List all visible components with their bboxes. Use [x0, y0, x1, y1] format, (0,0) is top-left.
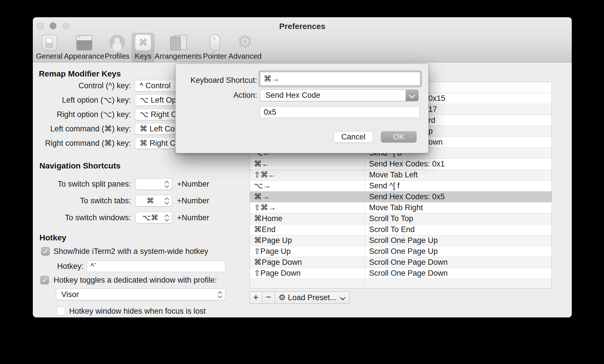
key-mapping-row[interactable]: ⌘→ Send Hex Codes: 0x5 — [250, 191, 552, 202]
remap-row-label: Left option (⌥) key: — [33, 94, 131, 106]
plus-number-suffix: +Number — [177, 212, 209, 223]
action-cell: Move Tab Right — [365, 202, 552, 213]
key-mapping-row[interactable]: ⌘Page Up Scroll One Page Up — [250, 235, 552, 246]
action-cell: Send Hex Codes: 0x1 — [365, 159, 552, 169]
toolbar-item-general[interactable]: General — [33, 33, 66, 62]
action-text-fragment: 0x15 — [428, 93, 445, 104]
appearance-icon — [75, 34, 93, 51]
dropdown-chevron-icon — [406, 89, 419, 101]
profiles-icon — [109, 34, 126, 51]
key-combination-cell: ⇧Page Up — [250, 246, 365, 257]
nav-key-stepper[interactable]: ⌥⌘ — [135, 212, 172, 223]
key-mapping-row[interactable]: ⌥→ Send ^[ f — [250, 181, 552, 191]
key-combination-cell: ⌘→ — [250, 191, 365, 202]
toolbar-item-appearance[interactable]: Appearance — [61, 33, 107, 62]
key-mapping-row[interactable] — [250, 279, 552, 288]
cancel-button[interactable]: Cancel — [334, 131, 373, 143]
key-combination-cell: ⌘End — [250, 224, 365, 235]
edit-shortcut-dialog: Keyboard Shortcut: ⌘→ Action: Send Hex C… — [175, 64, 429, 153]
general-icon — [41, 34, 58, 51]
toolbar-item-profiles[interactable]: Profiles — [102, 33, 133, 62]
shortcut-focus-ring: ⌘→ — [258, 70, 422, 87]
key-mapping-row[interactable]: ⌘Home Scroll To Top — [250, 213, 552, 224]
keyboard-shortcut-label: Keyboard Shortcut: — [176, 74, 257, 86]
key-mapping-row[interactable]: ⇧Page Up Scroll One Page Up — [250, 246, 552, 257]
nav-key-stepper[interactable] — [135, 178, 172, 190]
action-cell: Scroll One Page Up — [365, 246, 552, 257]
remap-row-label: Left command (⌘) key: — [33, 123, 131, 135]
action-cell — [365, 279, 552, 288]
key-combination-cell: ⌘Home — [250, 213, 365, 224]
hides-on-focus-lost-checkbox[interactable] — [56, 307, 65, 315]
preferences-window: Preferences General Appearance Profiles … — [33, 17, 572, 317]
action-cell: Scroll One Page Down — [365, 257, 552, 268]
toolbar-item-keys[interactable]: Keys — [132, 33, 155, 62]
nav-row-label: To switch tabs: — [33, 195, 131, 206]
toolbar-item-advanced[interactable]: Advanced — [225, 33, 265, 62]
stepper-chevrons-icon — [165, 181, 169, 188]
dedicated-window-label: Hotkey toggles a dedicated window with p… — [54, 274, 217, 286]
hotkey-input[interactable]: ^` — [87, 260, 225, 272]
hides-on-focus-lost-label: Hotkey window hides when focus is lost — [69, 305, 206, 317]
gear-icon: ⚙ — [278, 293, 286, 302]
action-cell: Scroll To End — [365, 224, 552, 235]
action-label: Action: — [176, 89, 257, 101]
add-mapping-button[interactable]: + — [249, 292, 262, 304]
keyboard-shortcut-input[interactable]: ⌘→ — [260, 72, 420, 86]
action-cell: Send ^[ f — [365, 181, 552, 191]
load-preset-label: Load Preset... — [288, 293, 336, 302]
pointer-icon — [206, 34, 223, 51]
ok-button[interactable]: OK — [381, 131, 417, 143]
action-text-fragment: rd — [428, 115, 435, 126]
chevron-down-icon — [340, 295, 345, 300]
key-mapping-row[interactable]: ⇧⌘→ Move Tab Right — [250, 202, 552, 213]
plus-number-suffix: +Number — [177, 178, 209, 190]
action-cell: Move Tab Left — [365, 170, 552, 180]
hotkey-field-label: Hotkey: — [33, 260, 83, 272]
key-combination-cell: ⌥→ — [250, 181, 365, 191]
stepper-chevrons-icon — [165, 214, 169, 222]
dedicated-window-checkbox[interactable] — [40, 276, 49, 284]
key-mapping-row[interactable]: ⌘← Send Hex Codes: 0x1 — [250, 159, 552, 170]
key-mapping-row[interactable]: ⌘End Scroll To End — [250, 224, 552, 235]
key-combination-cell: ⌘← — [250, 159, 365, 169]
action-cell: Send Hex Codes: 0x5 — [365, 191, 552, 202]
nav-row-label: To switch windows: — [33, 212, 131, 223]
toolbar: Preferences General Appearance Profiles … — [33, 17, 572, 62]
nav-key-stepper[interactable]: ⌘ — [135, 195, 172, 206]
key-combination-cell — [250, 279, 365, 288]
remap-heading: Remap Modifier Keys — [39, 69, 121, 78]
remove-mapping-button[interactable]: − — [262, 292, 275, 304]
action-text-fragment: own — [428, 137, 443, 147]
remap-row-label: Control (^) key: — [33, 80, 131, 91]
load-preset-dropdown[interactable]: ⚙Load Preset... — [275, 292, 350, 304]
nav-row-label: To switch split panes: — [33, 178, 131, 190]
stepper-chevrons-icon — [165, 197, 169, 205]
key-combination-cell: ⇧Page Down — [250, 268, 365, 279]
key-combination-cell: ⌘Page Up — [250, 235, 365, 246]
screen: Preferences General Appearance Profiles … — [0, 0, 604, 364]
hotkey-heading: Hotkey — [39, 233, 66, 242]
profile-select[interactable]: Visor — [56, 289, 225, 300]
keys-icon — [134, 34, 152, 51]
key-combination-cell: ⇧⌘← — [250, 170, 365, 180]
action-dropdown[interactable]: Send Hex Code — [260, 89, 419, 101]
window-title: Preferences — [33, 22, 572, 31]
key-mapping-row[interactable]: ⇧⌘← Move Tab Left — [250, 170, 552, 181]
action-cell: Scroll One Page Up — [365, 235, 552, 246]
key-mapping-row[interactable]: ⇧Page Down Scroll One Page Down — [250, 268, 552, 279]
stepper-chevrons-icon — [218, 291, 222, 298]
hex-code-input[interactable]: 0x5 — [260, 106, 420, 118]
arrangements-icon — [170, 34, 187, 51]
advanced-icon — [236, 34, 254, 51]
toolbar-item-arrangements[interactable]: Arrangements — [152, 33, 204, 62]
key-combination-cell: ⌘Page Down — [250, 257, 365, 268]
action-dropdown-value: Send Hex Code — [260, 90, 418, 101]
navigation-heading: Navigation Shortcuts — [39, 161, 121, 170]
profile-select-value: Visor — [61, 289, 79, 300]
action-text-fragment: 17 — [428, 104, 437, 115]
key-mapping-row[interactable]: ⌘Page Down Scroll One Page Down — [250, 257, 552, 268]
toolbar-item-pointer[interactable]: Pointer — [200, 33, 229, 62]
action-cell: Scroll One Page Down — [365, 268, 552, 279]
show-hide-hotkey-checkbox[interactable] — [41, 247, 50, 256]
